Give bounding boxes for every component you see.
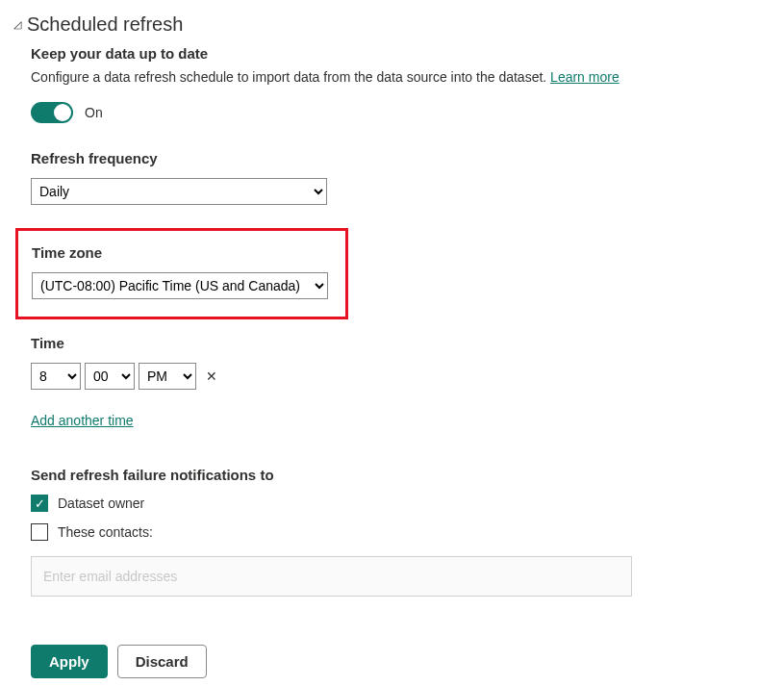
section-title: Scheduled refresh <box>27 13 183 36</box>
frequency-label: Refresh frequency <box>31 150 771 166</box>
description: Configure a data refresh schedule to imp… <box>31 69 771 85</box>
owner-checkbox[interactable]: ✓ <box>31 495 48 512</box>
discard-button[interactable]: Discard <box>117 645 207 678</box>
contacts-checkbox-label: These contacts: <box>58 524 153 540</box>
add-time-link[interactable]: Add another time <box>31 413 134 428</box>
apply-button[interactable]: Apply <box>31 645 108 678</box>
owner-checkbox-label: Dataset owner <box>58 495 144 511</box>
timezone-select[interactable]: (UTC-08:00) Pacific Time (US and Canada) <box>32 272 328 299</box>
timezone-label: Time zone <box>32 244 332 261</box>
toggle-row: On <box>31 102 771 123</box>
refresh-toggle[interactable] <box>31 102 73 123</box>
collapse-caret-icon: ◿ <box>13 18 21 31</box>
contacts-checkbox-row: These contacts: <box>31 523 771 541</box>
email-input[interactable] <box>31 556 632 597</box>
ampm-select[interactable]: PM <box>139 363 196 390</box>
minute-select[interactable]: 00 <box>85 363 135 390</box>
toggle-knob <box>54 104 71 121</box>
notifications-label: Send refresh failure notifications to <box>31 467 771 483</box>
checkmark-icon: ✓ <box>35 497 45 510</box>
section-body: Keep your data up to date Configure a da… <box>13 45 771 678</box>
subtitle: Keep your data up to date <box>31 45 771 62</box>
button-row: Apply Discard <box>31 645 771 678</box>
frequency-select[interactable]: Daily <box>31 178 327 205</box>
notifications-block: Send refresh failure notifications to ✓ … <box>31 467 771 622</box>
add-time-row: Add another time <box>31 413 771 428</box>
toggle-label: On <box>85 105 103 120</box>
contacts-checkbox[interactable] <box>31 523 48 541</box>
section-header[interactable]: ◿ Scheduled refresh <box>13 13 771 36</box>
hour-select[interactable]: 8 <box>31 363 81 390</box>
frequency-block: Refresh frequency Daily <box>31 150 771 205</box>
time-block: Time 8 00 PM ✕ <box>31 335 771 390</box>
time-label: Time <box>31 335 771 351</box>
learn-more-link[interactable]: Learn more <box>550 69 620 85</box>
time-row: 8 00 PM ✕ <box>31 363 771 390</box>
owner-checkbox-row: ✓ Dataset owner <box>31 495 771 512</box>
timezone-highlight: Time zone (UTC-08:00) Pacific Time (US a… <box>15 228 348 319</box>
remove-time-icon[interactable]: ✕ <box>206 368 217 384</box>
description-text: Configure a data refresh schedule to imp… <box>31 69 550 85</box>
